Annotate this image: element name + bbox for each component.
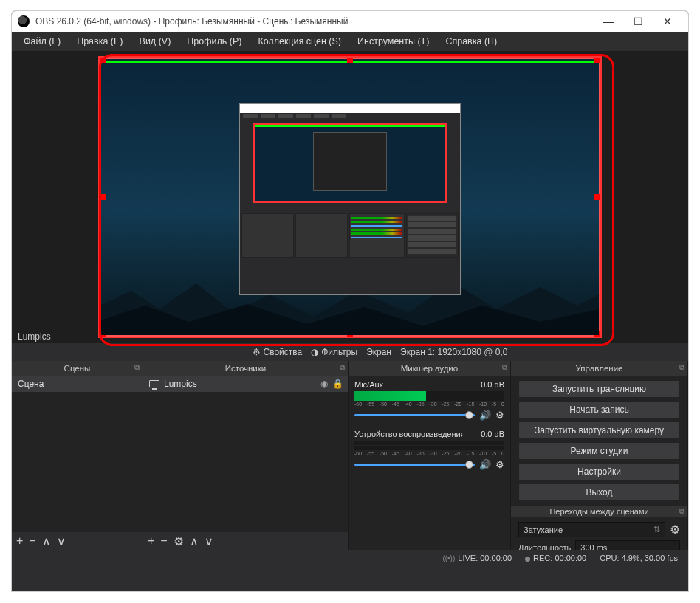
menu-edit[interactable]: Правка (E) xyxy=(69,34,130,49)
db-ticks: -60-55-50-45-40-35-30-25-20-15-10-50 xyxy=(354,451,504,456)
resize-handle-tm[interactable] xyxy=(347,58,353,63)
db-ticks: -60-55-50-45-40-35-30-25-20-15-10-50 xyxy=(354,402,504,407)
volume-slider[interactable] xyxy=(354,464,475,466)
menu-view[interactable]: Вид (V) xyxy=(132,34,179,49)
source-up-button[interactable]: ∧ xyxy=(190,534,199,548)
duration-input[interactable]: 300 ms xyxy=(575,540,680,550)
resize-handle-ml[interactable] xyxy=(100,194,106,200)
scene-item[interactable]: Сцена xyxy=(12,376,143,392)
resize-handle-tl[interactable] xyxy=(100,58,106,63)
preview-area: Lumpics xyxy=(12,51,688,343)
add-scene-button[interactable]: + xyxy=(16,534,23,548)
menu-tools[interactable]: Инструменты (T) xyxy=(350,34,436,49)
settings-button[interactable]: Настройки xyxy=(518,463,680,480)
menu-scene-collection[interactable]: Коллекция сцен (S) xyxy=(250,34,349,49)
resize-handle-mr[interactable] xyxy=(594,194,600,200)
menu-profile[interactable]: Профиль (P) xyxy=(179,34,249,49)
studio-mode-button[interactable]: Режим студии xyxy=(518,442,680,460)
mixer-channel-mic: Mic/Aux0.0 dB -60-55-50-45-40-35-30-25-2… xyxy=(349,376,510,425)
transitions-section: Переходы между сценами⧉ Затухание⇅ Длите… xyxy=(511,506,687,550)
window-title: OBS 26.0.2 (64-bit, windows) - Профиль: … xyxy=(35,16,594,27)
preview-canvas[interactable] xyxy=(99,57,601,337)
filter-icon xyxy=(311,347,318,357)
mixer-channel-desktop: Устройство воспроизведения0.0 dB -60-55-… xyxy=(349,425,510,475)
dock-icon[interactable]: ⧉ xyxy=(134,363,140,372)
source-toolbar: Свойства Фильтры Экран Экран 1: 1920x108… xyxy=(12,343,688,361)
sources-panel: Источники⧉ Lumpics ◉ 🔒 + − ∧ ∨ xyxy=(143,361,349,550)
transition-settings-button[interactable] xyxy=(670,523,680,537)
exit-button[interactable]: Выход xyxy=(518,483,680,501)
source-properties-button[interactable] xyxy=(174,534,184,548)
live-status: LIVE: 00:00:00 xyxy=(442,554,512,562)
audio-meter xyxy=(354,396,504,401)
visibility-toggle[interactable]: ◉ xyxy=(320,379,328,389)
statusbar: LIVE: 00:00:00 REC: 00:00:00 CPU: 4.9%, … xyxy=(12,550,688,566)
remove-source-button[interactable]: − xyxy=(160,534,167,548)
close-button[interactable]: ✕ xyxy=(653,11,682,32)
audio-meter xyxy=(354,441,504,445)
add-source-button[interactable]: + xyxy=(148,534,154,548)
control-panel: Управление⧉ Запустить трансляцию Начать … xyxy=(511,361,688,550)
minimize-button[interactable]: — xyxy=(594,11,623,32)
resize-handle-tr[interactable] xyxy=(594,58,600,63)
display-capture-icon xyxy=(149,380,159,387)
scenes-toolbar: + − ∧ ∨ xyxy=(12,532,143,550)
source-item[interactable]: Lumpics xyxy=(143,376,348,392)
volume-slider[interactable] xyxy=(354,414,475,416)
speaker-icon[interactable]: 🔊 xyxy=(479,410,491,421)
filters-button[interactable]: Фильтры xyxy=(311,347,357,357)
channel-db: 0.0 dB xyxy=(481,430,504,438)
chevron-updown-icon: ⇅ xyxy=(653,525,660,534)
properties-button[interactable]: Свойства xyxy=(253,347,303,357)
obs-logo-icon xyxy=(18,15,30,27)
start-virtualcam-button[interactable]: Запустить виртуальную камеру xyxy=(518,421,680,439)
scene-down-button[interactable]: ∨ xyxy=(57,534,66,548)
scene-up-button[interactable]: ∧ xyxy=(42,534,51,548)
mixer-header: Микшер аудио⧉ xyxy=(349,361,510,376)
sources-toolbar: + − ∧ ∨ xyxy=(143,532,348,550)
dock-icon[interactable]: ⧉ xyxy=(679,507,684,516)
transition-select[interactable]: Затухание⇅ xyxy=(518,522,665,537)
dock-icon[interactable]: ⧉ xyxy=(502,363,507,372)
scenes-panel: Сцены⧉ Сцена + − ∧ ∨ xyxy=(12,361,143,550)
dock-icon[interactable]: ⧉ xyxy=(340,363,345,372)
source-down-button[interactable]: ∨ xyxy=(205,534,213,548)
speaker-icon[interactable]: 🔊 xyxy=(479,459,491,470)
menubar: Файл (F) Правка (E) Вид (V) Профиль (P) … xyxy=(12,32,688,51)
scenes-header: Сцены⧉ xyxy=(12,361,143,376)
channel-name: Устройство воспроизведения xyxy=(354,430,465,438)
duration-label: Длительность xyxy=(518,543,571,550)
lock-toggle[interactable]: 🔒 xyxy=(332,379,343,389)
dock-icon[interactable]: ⧉ xyxy=(679,363,684,372)
rec-status: REC: 00:00:00 xyxy=(525,554,586,562)
start-stream-button[interactable]: Запустить трансляцию xyxy=(518,380,680,398)
cpu-status: CPU: 4.9%, 30.00 fps xyxy=(600,554,678,562)
maximize-button[interactable]: ☐ xyxy=(623,11,653,32)
transitions-header: Переходы между сценами⧉ xyxy=(511,506,687,517)
channel-settings-button[interactable] xyxy=(495,410,504,421)
titlebar: OBS 26.0.2 (64-bit, windows) - Профиль: … xyxy=(12,11,688,32)
sources-header: Источники⧉ xyxy=(143,361,348,376)
gear-icon xyxy=(253,347,261,357)
start-record-button[interactable]: Начать запись xyxy=(518,401,680,418)
audio-meter xyxy=(354,446,504,450)
channel-db: 0.0 dB xyxy=(481,380,504,389)
menu-file[interactable]: Файл (F) xyxy=(16,34,68,49)
mixer-panel: Микшер аудио⧉ Mic/Aux0.0 dB -60-55-50-45… xyxy=(349,361,511,550)
app-window: OBS 26.0.2 (64-bit, windows) - Профиль: … xyxy=(11,10,689,592)
channel-settings-button[interactable] xyxy=(495,459,504,470)
source-type-label: Экран xyxy=(366,347,391,357)
remove-scene-button[interactable]: − xyxy=(29,534,35,548)
recursive-preview xyxy=(239,103,461,295)
control-header: Управление⧉ xyxy=(511,361,687,376)
audio-meter xyxy=(354,391,504,396)
source-detail: Экран 1: 1920x1080 @ 0,0 xyxy=(400,347,548,357)
channel-name: Mic/Aux xyxy=(354,380,383,389)
menu-help[interactable]: Справка (H) xyxy=(438,34,504,49)
preview-source-label: Lumpics xyxy=(18,331,51,342)
